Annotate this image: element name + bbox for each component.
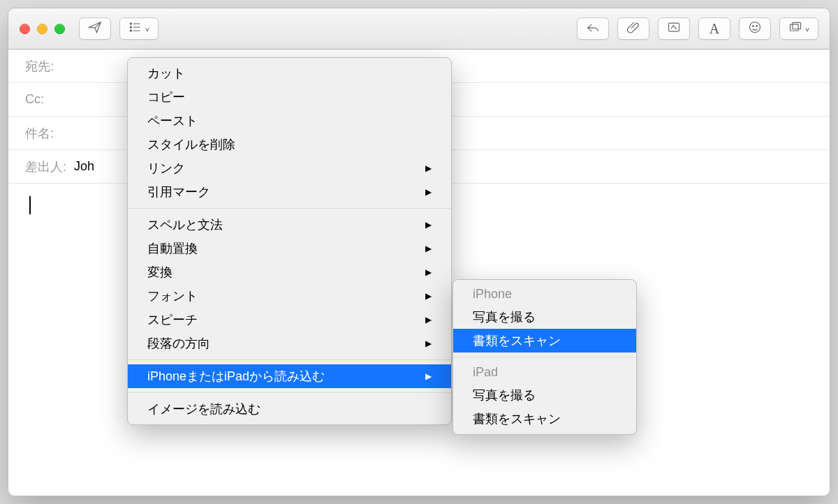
submenu-arrow-icon: ▶ (425, 315, 432, 325)
markup-icon (667, 20, 681, 37)
menu-separator (128, 360, 451, 360)
menu-import-from-device[interactable]: iPhoneまたはiPadから読み込む▶ (128, 364, 451, 388)
submenu-arrow-icon: ▶ (425, 244, 432, 253)
submenu-ipad-scan-documents[interactable]: 書類をスキャン (453, 407, 636, 431)
menu-speech[interactable]: スピーチ▶ (128, 308, 451, 332)
window-controls (20, 24, 65, 34)
attach-button[interactable] (617, 17, 649, 40)
paperclip-icon (626, 20, 640, 37)
reply-button[interactable] (577, 17, 609, 40)
submenu-arrow-icon: ▶ (425, 220, 432, 230)
menu-font[interactable]: フォント▶ (128, 284, 451, 308)
svg-rect-7 (791, 24, 799, 31)
submenu-iphone-take-photo[interactable]: 写真を撮る (453, 305, 636, 329)
menu-spelling-grammar[interactable]: スペルと文法▶ (128, 213, 451, 237)
svg-rect-3 (669, 23, 679, 31)
submenu-arrow-icon: ▶ (425, 187, 432, 197)
subject-label: 件名: (25, 125, 68, 142)
svg-point-0 (130, 23, 131, 24)
reply-icon (586, 20, 600, 37)
menu-paste[interactable]: ペースト (128, 109, 451, 133)
submenu-arrow-icon: ▶ (425, 339, 432, 348)
format-button[interactable]: A (698, 17, 730, 40)
to-label: 宛先: (25, 58, 68, 75)
submenu-iphone-scan-documents[interactable]: 書類をスキャン (453, 329, 636, 353)
menu-link[interactable]: リンク▶ (128, 156, 451, 180)
menu-copy[interactable]: コピー (128, 85, 451, 109)
menu-paragraph-direction[interactable]: 段落の方向▶ (128, 332, 451, 355)
menu-separator (128, 208, 451, 209)
menu-quote-mark[interactable]: 引用マーク▶ (128, 180, 451, 204)
menu-import-image[interactable]: イメージを読み込む (128, 397, 451, 421)
svg-point-5 (753, 26, 754, 27)
chevron-down-icon: ⅴ (145, 25, 149, 33)
submenu-ipad-take-photo[interactable]: 写真を撮る (453, 383, 636, 407)
close-window-button[interactable] (20, 24, 30, 34)
font-a-icon: A (710, 21, 719, 37)
markup-button[interactable] (658, 17, 690, 40)
photos-icon (788, 20, 802, 37)
menu-cut[interactable]: カット (128, 61, 451, 85)
submenu-iphone-header: iPhone (453, 283, 636, 305)
minimize-window-button[interactable] (37, 24, 47, 34)
menu-transformations[interactable]: 変換▶ (128, 260, 451, 284)
smiley-icon (748, 20, 762, 37)
paper-plane-icon (88, 20, 102, 37)
submenu-arrow-icon: ▶ (425, 267, 432, 277)
svg-point-6 (756, 26, 758, 27)
submenu-ipad-header: iPad (453, 362, 636, 383)
emoji-button[interactable] (739, 17, 771, 40)
list-icon (128, 20, 142, 37)
svg-point-4 (750, 22, 760, 33)
from-label: 差出人: (25, 158, 68, 175)
submenu-arrow-icon: ▶ (425, 163, 432, 173)
photo-browser-button[interactable]: ⅴ (779, 17, 818, 40)
text-cursor (29, 196, 31, 214)
menu-separator (453, 357, 636, 357)
compose-window: ⅴ A ⅴ (8, 8, 830, 496)
svg-rect-8 (793, 22, 801, 29)
menu-substitutions[interactable]: 自動置換▶ (128, 237, 451, 260)
menu-separator (128, 392, 451, 393)
svg-point-2 (130, 30, 131, 31)
submenu-arrow-icon: ▶ (425, 371, 432, 381)
svg-point-1 (130, 27, 131, 28)
menu-remove-style[interactable]: スタイルを削除 (128, 133, 451, 156)
header-fields-menu-button[interactable]: ⅴ (119, 17, 159, 40)
import-device-submenu: iPhone 写真を撮る 書類をスキャン iPad 写真を撮る 書類をスキャン (453, 279, 637, 435)
from-value: Joh (74, 159, 94, 174)
chevron-down-icon: ⅴ (805, 25, 809, 33)
context-menu: カット コピー ペースト スタイルを削除 リンク▶ 引用マーク▶ スペルと文法▶… (127, 57, 452, 425)
submenu-arrow-icon: ▶ (425, 291, 432, 301)
cc-label: Cc: (25, 92, 68, 107)
send-button[interactable] (79, 17, 111, 40)
window-toolbar: ⅴ A ⅴ (8, 8, 830, 50)
zoom-window-button[interactable] (54, 24, 65, 34)
